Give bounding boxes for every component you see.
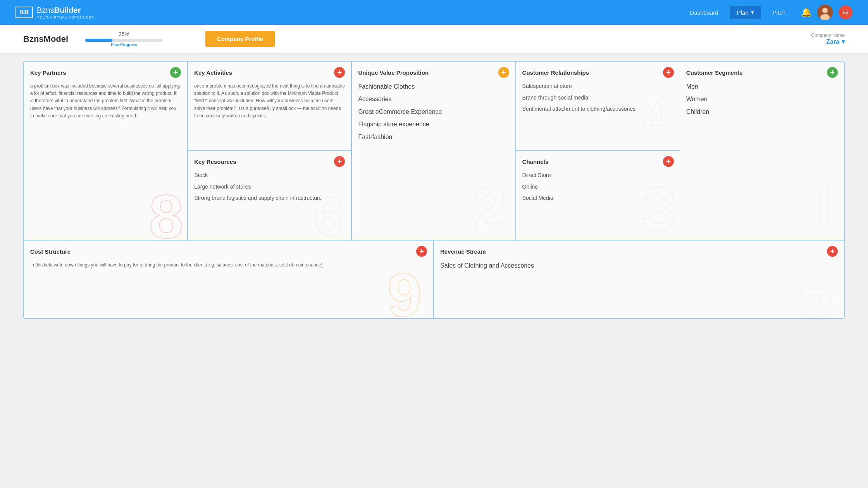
logo-brand: BznsBuilder bbox=[37, 6, 95, 15]
list-item: Sales of Clothing and Accessories bbox=[440, 261, 838, 270]
progress-bar-fill bbox=[85, 39, 112, 42]
progress-label: Plan Progress bbox=[111, 43, 137, 47]
list-item: Sentimental attachment to clothing/acces… bbox=[522, 105, 674, 113]
main-canvas: Key Partners + a problem box was include… bbox=[0, 53, 868, 334]
list-item: Great eCommerce Experience bbox=[358, 108, 509, 116]
key-resources-header: Key Resources + bbox=[194, 156, 345, 167]
revenue-stream-header: Revenue Stream + bbox=[440, 246, 838, 257]
progress-bar bbox=[85, 39, 163, 42]
chevron-down-icon: ▾ bbox=[751, 9, 754, 16]
key-resources-title: Key Resources bbox=[194, 158, 236, 165]
nav-plan[interactable]: Plan ▾ bbox=[730, 6, 761, 19]
list-item: Flagship store experience bbox=[358, 120, 509, 129]
key-activities-text: once a problem has been recognized the n… bbox=[194, 82, 345, 120]
key-resources-list: Stock Large network of stores Strong bra… bbox=[194, 172, 345, 202]
cost-structure-text: In this field write down things you will… bbox=[30, 261, 427, 269]
key-partners-text: a problem box was included because sever… bbox=[30, 82, 181, 120]
logo-inner: BznsBuilder YOUR VIRTUAL COFOUNDER bbox=[37, 6, 95, 19]
list-item: Fashionable Clothes bbox=[358, 82, 509, 91]
list-item: Salesperson at store bbox=[522, 82, 674, 90]
svg-point-1 bbox=[822, 8, 828, 13]
nav-pitch[interactable]: Pitch bbox=[773, 9, 785, 16]
customer-segments-list: Men Women Children bbox=[686, 82, 838, 116]
key-activities-resources-cell: Key Activities + once a problem has been… bbox=[188, 62, 352, 240]
uvp-watermark: 2 bbox=[473, 178, 508, 240]
main-nav: Dashboard Plan ▾ Pitch bbox=[690, 6, 785, 19]
customer-relationships-header: Customer Relationships + bbox=[522, 67, 674, 78]
cost-structure-header: Cost Structure + bbox=[30, 246, 427, 257]
list-item: Fast-fashion bbox=[358, 133, 509, 141]
cr-channels-cell: Customer Relationships + Salesperson at … bbox=[516, 62, 680, 240]
progress-area: 35% Plan Progress bbox=[85, 31, 163, 47]
list-item: Large network of stores bbox=[194, 183, 345, 191]
nav-dashboard[interactable]: Dashboard bbox=[690, 9, 718, 16]
channels-list: Direct Store Online Social Media bbox=[522, 172, 674, 202]
revenue-stream-list: Sales of Clothing and Accessories bbox=[440, 261, 838, 270]
revenue-stream-watermark: 5 bbox=[798, 264, 832, 318]
key-partners-title: Key Partners bbox=[30, 69, 66, 76]
header-right: 🔔 en bbox=[801, 5, 852, 20]
cost-structure-cell: Cost Structure + In this field write dow… bbox=[24, 241, 434, 318]
uvp-title: Unique Value Proposition bbox=[358, 69, 429, 76]
revenue-stream-cell: Revenue Stream + Sales of Clothing and A… bbox=[434, 241, 844, 318]
list-item: Accessories bbox=[358, 95, 509, 103]
customer-relationships-cell: Customer Relationships + Salesperson at … bbox=[516, 62, 680, 151]
list-item: Stock bbox=[194, 172, 345, 179]
company-name-area: Company Name Zara ▾ bbox=[811, 33, 845, 45]
customer-segments-title: Customer Segments bbox=[686, 69, 743, 76]
company-name-label: Company Name bbox=[811, 33, 845, 38]
list-item: Children bbox=[686, 108, 838, 116]
language-button[interactable]: en bbox=[839, 5, 852, 19]
company-name-dropdown[interactable]: Zara ▾ bbox=[826, 38, 845, 45]
key-partners-add-button[interactable]: + bbox=[170, 67, 181, 78]
cost-structure-watermark: 9 bbox=[387, 264, 422, 318]
key-activities-header: Key Activities + bbox=[194, 67, 345, 78]
page-title: BznsModel bbox=[23, 34, 74, 44]
bmc-canvas: Key Partners + a problem box was include… bbox=[23, 61, 845, 319]
logo-letters: BB bbox=[16, 7, 33, 18]
revenue-stream-add-button[interactable]: + bbox=[827, 246, 838, 257]
cost-structure-title: Cost Structure bbox=[30, 248, 71, 255]
customer-segments-header: Customer Segments + bbox=[686, 67, 838, 78]
channels-add-button[interactable]: + bbox=[663, 156, 674, 167]
customer-segments-cell: Customer Segments + Men Women Children 1 bbox=[680, 62, 844, 240]
logo: BB BznsBuilder YOUR VIRTUAL COFOUNDER bbox=[16, 6, 95, 19]
company-name-value: Zara bbox=[826, 38, 839, 45]
list-item: Women bbox=[686, 95, 838, 103]
key-activities-cell: Key Activities + once a problem has been… bbox=[188, 62, 351, 151]
key-resources-cell: Key Resources + Stock Large network of s… bbox=[188, 151, 351, 240]
uvp-cell: Unique Value Proposition + Fashionable C… bbox=[352, 62, 516, 240]
bmc-bottom-row: Cost Structure + In this field write dow… bbox=[24, 241, 844, 318]
customer-relationships-title: Customer Relationships bbox=[522, 69, 589, 76]
customer-relationships-list: Salesperson at store Brand through socia… bbox=[522, 82, 674, 113]
key-resources-add-button[interactable]: + bbox=[334, 156, 345, 167]
logo-sub: YOUR VIRTUAL COFOUNDER bbox=[37, 15, 95, 19]
revenue-stream-title: Revenue Stream bbox=[440, 248, 486, 255]
app-header: BB BznsBuilder YOUR VIRTUAL COFOUNDER Da… bbox=[0, 0, 868, 25]
channels-title: Channels bbox=[522, 158, 549, 165]
customer-segments-watermark: 1 bbox=[806, 178, 840, 240]
bmc-top-row: Key Partners + a problem box was include… bbox=[24, 62, 844, 241]
channels-header: Channels + bbox=[522, 156, 674, 167]
list-item: Direct Store bbox=[522, 172, 674, 179]
list-item: Online bbox=[522, 183, 674, 191]
key-activities-title: Key Activities bbox=[194, 69, 232, 76]
list-item: Strong brand logistics and supply chain … bbox=[194, 194, 345, 202]
uvp-header: Unique Value Proposition + bbox=[358, 67, 509, 78]
customer-segments-add-button[interactable]: + bbox=[827, 67, 838, 78]
customer-relationships-add-button[interactable]: + bbox=[663, 67, 674, 78]
channels-cell: Channels + Direct Store Online Social Me… bbox=[516, 151, 680, 240]
progress-percentage: 35% bbox=[119, 31, 129, 37]
key-partners-cell: Key Partners + a problem box was include… bbox=[24, 62, 188, 240]
chevron-down-icon: ▾ bbox=[842, 38, 845, 45]
list-item: Men bbox=[686, 82, 838, 91]
key-partners-header: Key Partners + bbox=[30, 67, 181, 78]
avatar bbox=[817, 5, 833, 20]
company-profile-button[interactable]: Company Profile bbox=[205, 31, 275, 47]
uvp-list: Fashionable Clothes Accessories Great eC… bbox=[358, 82, 509, 141]
key-activities-add-button[interactable]: + bbox=[334, 67, 345, 78]
list-item: Social Media bbox=[522, 194, 674, 202]
bell-icon[interactable]: 🔔 bbox=[801, 7, 811, 17]
uvp-add-button[interactable]: + bbox=[498, 67, 509, 78]
cost-structure-add-button[interactable]: + bbox=[416, 246, 427, 257]
